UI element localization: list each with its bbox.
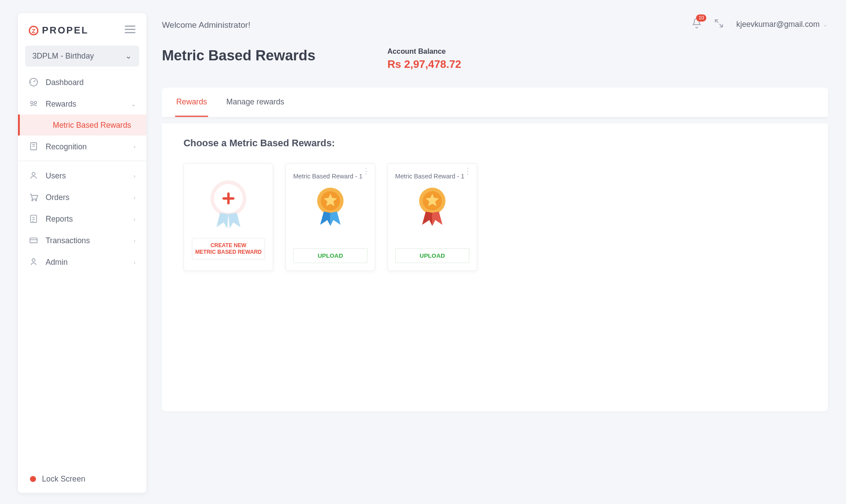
lock-icon [30,476,36,482]
fullscreen-icon[interactable] [715,19,723,30]
sidebar-item-dashboard[interactable]: Dashboard [18,71,146,93]
sidebar: Z PROPEL 3DPLM - Birthday ⌄ Dashboard [18,13,146,493]
medal-icon [415,185,450,231]
sidebar-item-reports[interactable]: Reports › [18,208,146,230]
chevron-down-icon: ⌄ [823,21,828,27]
brand-name: PROPEL [42,25,89,36]
sidebar-item-label: Rewards [45,99,76,108]
chevron-right-icon: › [134,215,136,222]
chevron-right-icon: › [134,172,136,179]
reward-cards: CREATE NEW METRIC BASED REWARD ⋮ Metric … [183,163,806,271]
notifications-button[interactable]: 10 [692,18,701,31]
sidebar-item-label: Metric Based Rewards [53,121,131,130]
topbar: Welcome Administrator! 10 kjeevkumar@gma… [162,18,828,31]
svg-point-5 [32,200,33,201]
chevron-down-icon: ⌄ [131,100,136,107]
sidebar-item-admin[interactable]: Admin › [18,251,146,273]
lock-screen-label: Lock Screen [42,474,85,483]
sidebar-header: Z PROPEL [18,13,146,45]
page-header: Metric Based Rewards Account Balance Rs … [162,47,828,70]
sidebar-item-label: Orders [45,193,69,201]
brand: Z PROPEL [29,25,89,36]
sidebar-item-label: Recognition [45,142,86,151]
sidebar-item-label: Dashboard [45,78,84,86]
reward-card-title: Metric Based Reward - 1 [293,172,362,181]
reward-card: ⋮ Metric Based Reward - 1 UPLOAD [286,163,375,271]
medal-icon [313,185,348,231]
balance-label: Account Balance [387,47,461,56]
menu-toggle-icon[interactable] [125,25,135,36]
lock-screen-button[interactable]: Lock Screen [18,465,146,493]
svg-point-4 [32,172,35,175]
sidebar-item-label: Transactions [45,236,90,245]
topbar-right: 10 kjeevkumar@gmail.com ⌄ [692,18,828,31]
main-content: Welcome Administrator! 10 kjeevkumar@gma… [162,18,828,475]
sidebar-item-label: Users [45,171,66,180]
user-email: kjeevkumar@gmail.com [736,20,820,29]
svg-point-1 [30,101,33,104]
dashboard-icon [29,78,38,87]
rosette-plus-icon [206,178,251,233]
sidebar-item-metric-based-rewards[interactable]: Metric Based Rewards [18,115,146,136]
create-reward-card[interactable]: CREATE NEW METRIC BASED REWARD [183,163,273,271]
balance-value: Rs 2,97,478.72 [387,58,461,71]
sidebar-nav: Dashboard Rewards ⌄ Metric Based Rewards… [18,71,146,273]
notifications-badge: 10 [696,15,706,22]
upload-button[interactable]: UPLOAD [293,248,367,263]
user-menu[interactable]: kjeevkumar@gmail.com ⌄ [736,20,828,29]
reward-card-title: Metric Based Reward - 1 [395,172,464,181]
rewards-panel: Choose a Metric Based Rewards: [162,123,828,411]
transactions-icon [29,236,38,245]
chevron-down-icon: ⌄ [125,52,132,60]
recognition-icon [29,141,38,151]
rewards-icon [29,99,38,109]
more-icon[interactable]: ⋮ [362,170,370,172]
brand-logo-icon: Z [29,26,38,36]
reward-card: ⋮ Metric Based Reward - 1 UPLOAD [387,163,477,271]
chevron-right-icon: › [134,143,136,150]
sidebar-item-orders[interactable]: Orders › [18,186,146,208]
sidebar-item-transactions[interactable]: Transactions › [18,230,146,251]
tab-rewards[interactable]: Rewards [175,88,208,117]
divider [18,161,146,161]
reports-icon [29,214,38,224]
chevron-right-icon: › [134,194,136,200]
orders-icon [29,193,38,202]
users-icon [29,171,38,181]
sidebar-item-users[interactable]: Users › [18,165,146,186]
page-title: Metric Based Rewards [162,47,315,64]
account-balance: Account Balance Rs 2,97,478.72 [387,47,461,70]
create-new-reward-button[interactable]: CREATE NEW METRIC BASED REWARD [192,238,265,260]
sidebar-item-rewards[interactable]: Rewards ⌄ [18,93,146,115]
sidebar-item-recognition[interactable]: Recognition › [18,136,146,157]
program-selector-label: 3DPLM - Birthday [32,52,94,60]
svg-point-6 [35,200,37,201]
svg-rect-8 [30,238,37,243]
svg-point-2 [34,101,37,104]
tabs: Rewards Manage rewards [162,88,828,118]
welcome-text: Welcome Administrator! [162,19,250,29]
panel-heading: Choose a Metric Based Rewards: [183,138,806,148]
more-icon[interactable]: ⋮ [464,170,472,172]
svg-point-9 [32,259,35,262]
admin-icon [29,257,38,267]
tab-manage-rewards[interactable]: Manage rewards [225,88,286,117]
chevron-right-icon: › [134,237,136,244]
program-selector[interactable]: 3DPLM - Birthday ⌄ [25,45,139,67]
sidebar-item-label: Reports [45,214,73,223]
chevron-right-icon: › [134,259,136,265]
upload-button[interactable]: UPLOAD [395,248,470,263]
sidebar-item-label: Admin [45,257,67,266]
